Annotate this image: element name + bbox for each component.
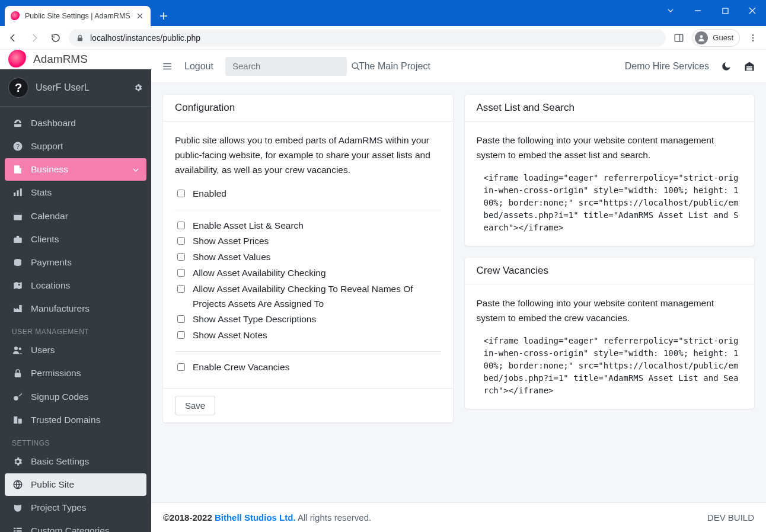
sidebar-item-payments[interactable]: Payments — [5, 251, 146, 274]
opt-asset-values-checkbox[interactable] — [177, 253, 185, 261]
dark-mode-icon[interactable] — [721, 61, 732, 72]
opt-type-desc-checkbox[interactable] — [177, 315, 185, 323]
sidebar-item-clients[interactable]: Clients — [5, 228, 146, 251]
save-button[interactable]: Save — [175, 396, 215, 415]
sidebar-item-public-site[interactable]: Public Site — [5, 473, 146, 496]
side-panel-icon[interactable] — [671, 30, 687, 46]
nav-forward-button[interactable] — [26, 30, 43, 46]
svg-point-6 — [752, 40, 754, 41]
chart-icon — [12, 187, 24, 198]
warehouse-icon[interactable] — [743, 60, 755, 72]
sidebar-item-trusted-domains[interactable]: Trusted Domains — [5, 409, 146, 431]
hamburger-icon[interactable] — [162, 61, 173, 72]
topnav: Logout The Main Project Demo Hire Servic… — [151, 50, 766, 83]
sidebar-item-custom-categories[interactable]: Custom Categories — [5, 520, 146, 532]
sidebar-item-basic-settings[interactable]: Basic Settings — [5, 450, 146, 473]
favicon-icon — [11, 11, 20, 21]
svg-point-20 — [14, 347, 18, 350]
logout-link[interactable]: Logout — [184, 61, 213, 72]
profile-label: Guest — [713, 33, 733, 42]
profile-chip[interactable]: Guest — [692, 29, 740, 47]
svg-point-19 — [18, 284, 20, 286]
crew-embed-code[interactable]: <iframe loading="eager" referrerpolicy="… — [477, 335, 743, 397]
opt-reveal-names-checkbox[interactable] — [177, 285, 185, 293]
svg-point-4 — [752, 34, 754, 36]
user-panel: ? UserF UserL — [0, 69, 151, 107]
nav-back-button[interactable] — [5, 30, 21, 46]
search-input[interactable] — [231, 60, 346, 72]
opt-availability-checkbox[interactable] — [177, 269, 185, 277]
svg-rect-35 — [746, 68, 752, 69]
industry-icon — [12, 303, 24, 314]
asset-embed-intro: Paste the following into your website co… — [477, 133, 743, 163]
separator — [175, 351, 441, 352]
opt-asset-list-checkbox[interactable] — [177, 222, 185, 229]
svg-rect-34 — [746, 66, 752, 68]
close-tab-icon[interactable] — [135, 11, 145, 21]
svg-rect-25 — [18, 419, 22, 424]
search-box[interactable] — [225, 57, 347, 76]
coins-icon — [12, 257, 24, 268]
sidebar-item-locations[interactable]: Locations — [5, 274, 146, 297]
content: Configuration Public site allows you to … — [151, 83, 766, 502]
opt-asset-notes-checkbox[interactable] — [177, 331, 185, 339]
svg-point-33 — [352, 63, 358, 68]
window-minimize-icon[interactable] — [684, 0, 711, 21]
briefcase-icon — [12, 234, 24, 245]
domain-icon — [12, 415, 24, 425]
svg-rect-11 — [14, 193, 15, 196]
tab-title: Public Site Settings | AdamRMS — [25, 12, 130, 20]
list-icon — [12, 525, 24, 532]
opt-asset-prices-checkbox[interactable] — [177, 237, 185, 245]
footer-company-link[interactable]: Bithell Studios Ltd. — [215, 512, 296, 523]
enabled-checkbox[interactable] — [177, 190, 185, 197]
asset-embed-code[interactable]: <iframe loading="eager" referrerpolicy="… — [477, 172, 743, 234]
lock-icon — [76, 34, 84, 42]
browser-tab[interactable]: Public Site Settings | AdamRMS — [5, 6, 151, 26]
brand-logo-icon — [8, 50, 27, 69]
tenant-link[interactable]: Demo Hire Services — [625, 61, 709, 72]
svg-rect-27 — [14, 528, 15, 529]
gear-icon — [12, 456, 24, 467]
svg-rect-1 — [78, 37, 82, 41]
svg-rect-30 — [17, 531, 22, 532]
svg-point-5 — [752, 37, 754, 39]
sidebar-item-signup-codes[interactable]: Signup Codes — [5, 386, 146, 408]
mask-icon — [12, 502, 24, 513]
user-name: UserF UserL — [36, 82, 90, 93]
browser-toolbar: localhost/instances/public.php Guest — [0, 26, 766, 50]
address-bar[interactable]: localhost/instances/public.php — [69, 29, 666, 47]
sidebar-item-project-types[interactable]: Project Types — [5, 496, 146, 519]
chevron-down-icon — [132, 166, 139, 173]
svg-rect-12 — [17, 191, 19, 197]
build-label: DEV BUILD — [707, 512, 754, 523]
crew-vacancies-checkbox[interactable] — [177, 363, 185, 371]
project-link[interactable]: The Main Project — [359, 61, 430, 72]
nav-reload-button[interactable] — [47, 30, 64, 46]
sidebar-item-calendar[interactable]: Calendar — [5, 205, 146, 227]
svg-rect-17 — [17, 236, 20, 238]
sidebar-item-permissions[interactable]: Permissions — [5, 362, 146, 384]
sidebar-item-users[interactable]: Users — [5, 339, 146, 361]
sidebar-item-manufacturers[interactable]: Manufacturers — [5, 297, 146, 320]
svg-rect-10 — [20, 168, 21, 174]
user-settings-icon[interactable] — [133, 83, 143, 92]
asset-embed-card: Asset List and Search Paste the followin… — [465, 95, 755, 246]
new-tab-button[interactable] — [155, 8, 172, 24]
window-maximize-icon[interactable] — [711, 0, 739, 21]
kebab-menu-icon[interactable] — [745, 30, 761, 46]
sidebar-item-dashboard[interactable]: Dashboard — [5, 112, 146, 134]
sidebar-item-stats[interactable]: Stats — [5, 181, 146, 204]
crew-embed-intro: Paste the following into your website co… — [477, 296, 743, 326]
sidebar-item-support[interactable]: ?Support — [5, 135, 146, 158]
window-controls — [657, 0, 766, 21]
sidebar-item-business[interactable]: Business — [5, 158, 146, 181]
brand[interactable]: AdamRMS — [0, 50, 151, 69]
window-close-icon[interactable] — [739, 0, 766, 21]
users-icon — [12, 345, 24, 355]
window-chevron-icon[interactable] — [657, 0, 684, 21]
user-avatar-icon: ? — [8, 78, 28, 98]
svg-rect-16 — [14, 238, 22, 243]
sidebar-header-settings: SETTINGS — [5, 432, 146, 450]
svg-rect-2 — [675, 34, 684, 41]
